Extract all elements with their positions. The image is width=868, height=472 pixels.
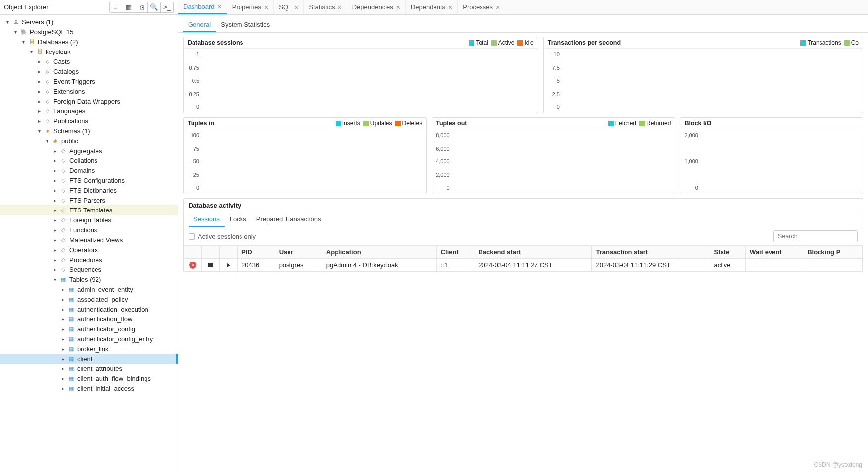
column-header[interactable]: PID: [238, 246, 275, 259]
toolbar-btn-3[interactable]: ⎘: [135, 2, 148, 13]
tree-item[interactable]: ▦associated_policy: [0, 294, 178, 304]
terminate-icon[interactable]: ✕: [189, 262, 196, 269]
tree-item[interactable]: ◇FTS Templates: [0, 205, 178, 215]
tree-item[interactable]: ◇Operators: [0, 245, 178, 255]
chevron-right-icon[interactable]: [59, 355, 66, 362]
chevron-right-icon[interactable]: [59, 365, 66, 372]
tree-item[interactable]: ◇Foreign Data Wrappers: [0, 96, 178, 106]
chevron-right-icon[interactable]: [59, 385, 66, 392]
chevron-right-icon[interactable]: [51, 266, 58, 273]
chevron-right-icon[interactable]: [36, 117, 43, 124]
tree-item[interactable]: ▦client_attributes: [0, 364, 178, 373]
table-row[interactable]: ✕20436postgrespgAdmin 4 - DB:keycloak::1…: [184, 259, 863, 272]
tree-item[interactable]: 🗄Databases (2): [0, 37, 178, 47]
tree-item[interactable]: ◇Collations: [0, 156, 178, 165]
tree-item[interactable]: ◇FTS Parsers: [0, 195, 178, 205]
tab-properties[interactable]: Properties×: [227, 0, 274, 14]
chevron-right-icon[interactable]: [51, 157, 58, 164]
tree-item[interactable]: ▦broker_link: [0, 344, 178, 354]
chevron-right-icon[interactable]: [36, 68, 43, 75]
tree-item[interactable]: ◇Procedures: [0, 255, 178, 264]
close-icon[interactable]: ×: [496, 3, 500, 11]
chevron-right-icon[interactable]: [36, 58, 43, 65]
chevron-down-icon[interactable]: [44, 137, 50, 144]
activity-tab-prepared-transactions[interactable]: Prepared Transactions: [251, 212, 326, 227]
tab-processes[interactable]: Processes×: [458, 0, 505, 14]
chevron-right-icon[interactable]: [51, 197, 58, 204]
tree-item[interactable]: ▦admin_event_entity: [0, 284, 178, 294]
tree-item[interactable]: ▦client_auth_flow_bindings: [0, 373, 178, 383]
column-header[interactable]: Backend start: [474, 246, 592, 259]
activity-tab-locks[interactable]: Locks: [225, 212, 251, 227]
tree-item[interactable]: ◇Foreign Tables: [0, 215, 178, 225]
column-header[interactable]: Transaction start: [592, 246, 710, 259]
tree-item[interactable]: 🐘PostgreSQL 15: [0, 27, 178, 37]
tree-item[interactable]: ◇Casts: [0, 56, 178, 66]
tree-item[interactable]: ◇Event Triggers: [0, 76, 178, 86]
tree-item[interactable]: ◇Extensions: [0, 86, 178, 96]
chevron-right-icon[interactable]: [51, 256, 58, 263]
active-sessions-checkbox[interactable]: Active sessions only: [189, 233, 256, 240]
tree-item[interactable]: ◇FTS Dictionaries: [0, 185, 178, 195]
chevron-right-icon[interactable]: [36, 98, 43, 105]
stop-icon[interactable]: [208, 263, 213, 267]
chevron-right-icon[interactable]: [59, 286, 66, 293]
chevron-right-icon[interactable]: [36, 78, 43, 85]
search-icon[interactable]: 🔍: [148, 2, 161, 13]
chevron-down-icon[interactable]: [51, 276, 58, 283]
chevron-right-icon[interactable]: [59, 315, 66, 322]
column-header[interactable]: Wait event: [746, 246, 803, 259]
chevron-right-icon[interactable]: [51, 236, 58, 243]
tree-item[interactable]: ◇Materialized Views: [0, 235, 178, 245]
tree-item[interactable]: ◈public: [0, 136, 178, 146]
chevron-right-icon[interactable]: [51, 226, 58, 233]
tree-item[interactable]: ▦client: [0, 354, 178, 364]
chevron-down-icon[interactable]: [4, 18, 11, 25]
tree-item[interactable]: ▦client_initial_access: [0, 383, 178, 393]
chevron-right-icon[interactable]: [59, 325, 66, 332]
column-header[interactable]: State: [710, 246, 746, 259]
tab-dependents[interactable]: Dependents×: [406, 0, 458, 14]
search-input[interactable]: [773, 230, 858, 242]
chevron-right-icon[interactable]: [59, 335, 66, 342]
chevron-down-icon[interactable]: [28, 48, 35, 55]
chevron-down-icon[interactable]: [36, 127, 43, 134]
tree-item[interactable]: ◇Aggregates: [0, 146, 178, 156]
close-icon[interactable]: ×: [396, 3, 400, 11]
tree-item[interactable]: ▦authenticator_config: [0, 324, 178, 334]
chevron-right-icon[interactable]: [51, 167, 58, 174]
tree-item[interactable]: ◇Languages: [0, 106, 178, 116]
column-header[interactable]: Blocking P: [803, 246, 863, 259]
close-icon[interactable]: ×: [338, 3, 341, 11]
column-header[interactable]: User: [275, 246, 322, 259]
chevron-right-icon[interactable]: [51, 207, 58, 213]
tree-item[interactable]: ◇Publications: [0, 116, 178, 126]
tree-item[interactable]: 🖧Servers (1): [0, 17, 178, 27]
tree-item[interactable]: ▦authenticator_config_entry: [0, 334, 178, 344]
close-icon[interactable]: ×: [218, 3, 222, 11]
tree-item[interactable]: 🗄keycloak: [0, 47, 178, 56]
tree-view[interactable]: 🖧Servers (1)🐘PostgreSQL 15🗄Databases (2)…: [0, 15, 178, 472]
column-header[interactable]: [220, 246, 238, 259]
toolbar-btn-2[interactable]: ▦: [122, 2, 135, 13]
tree-item[interactable]: ◇Sequences: [0, 264, 178, 274]
chevron-right-icon[interactable]: [51, 177, 58, 184]
tree-item[interactable]: ▦authentication_execution: [0, 304, 178, 314]
subtab-system-statistics[interactable]: System Statistics: [216, 18, 275, 32]
chevron-right-icon[interactable]: [59, 306, 66, 313]
tree-item[interactable]: ▦Tables (92): [0, 274, 178, 284]
activity-tab-sessions[interactable]: Sessions: [189, 212, 225, 227]
column-header[interactable]: [184, 246, 202, 259]
chevron-down-icon[interactable]: [12, 28, 19, 35]
tree-item[interactable]: ◇Functions: [0, 225, 178, 235]
subtab-general[interactable]: General: [183, 18, 216, 32]
column-header[interactable]: [202, 246, 220, 259]
close-icon[interactable]: ×: [294, 3, 298, 11]
terminal-icon[interactable]: >_: [161, 2, 174, 13]
tab-dashboard[interactable]: Dashboard×: [178, 0, 227, 14]
chevron-right-icon[interactable]: [59, 345, 66, 352]
chevron-right-icon[interactable]: [59, 296, 66, 303]
tree-item[interactable]: ◇FTS Configurations: [0, 175, 178, 185]
chevron-down-icon[interactable]: [20, 38, 27, 45]
tab-sql[interactable]: SQL×: [274, 0, 304, 14]
